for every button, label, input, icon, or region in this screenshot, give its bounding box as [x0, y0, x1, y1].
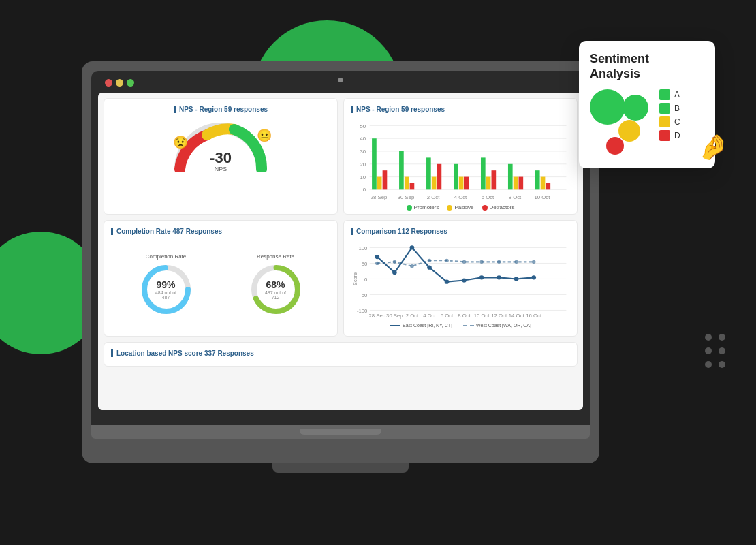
svg-text:10 Oct: 10 Oct	[474, 313, 490, 319]
svg-text:40: 40	[360, 136, 366, 142]
comparison-panel: Comparison 112 Responses 100 50	[343, 220, 578, 337]
svg-text:8 Oct: 8 Oct	[509, 194, 522, 200]
nps-gauge-panel: NPS - Region 59 responses	[104, 98, 338, 215]
svg-point-78	[428, 259, 432, 262]
nps-label: NPS	[210, 166, 232, 172]
svg-point-79	[445, 259, 449, 262]
legend-promoters: Promoters	[414, 204, 439, 211]
completion-pct: 99%	[153, 279, 180, 290]
svg-rect-22	[437, 164, 442, 190]
bar-chart-legend: Promoters Passive Detractors	[351, 204, 570, 211]
svg-text:2 Oct: 2 Oct	[427, 194, 440, 200]
location-title: Location based NPS score 337 Responses	[111, 349, 570, 357]
svg-text:8 Oct: 8 Oct	[458, 313, 471, 319]
laptop-base	[91, 425, 590, 439]
camera	[338, 78, 343, 82]
gauge-container: -30 NPS 😟 😐	[173, 121, 268, 172]
svg-text:4 Oct: 4 Oct	[454, 194, 467, 200]
legend-passive: Passive	[454, 204, 473, 211]
legend-east: East Coast [RI, NY, CT]	[403, 323, 452, 328]
legend-a-color	[659, 89, 670, 100]
svg-text:6 Oct: 6 Oct	[482, 194, 494, 200]
legend-b-color	[659, 103, 670, 114]
svg-point-81	[479, 260, 484, 264]
svg-rect-12	[372, 138, 377, 189]
svg-text:6 Oct: 6 Oct	[441, 313, 454, 319]
svg-point-84	[532, 260, 536, 264]
laptop-bezel: NPS - Region 59 responses	[91, 71, 590, 425]
svg-point-73	[514, 277, 519, 281]
svg-text:12 Oct: 12 Oct	[491, 313, 507, 319]
svg-rect-36	[535, 170, 540, 189]
completion-panel: Completion Rate 487 Responses Completion…	[104, 220, 338, 337]
line-chart-legend: East Coast [RI, NY, CT] West Coast [WA, …	[351, 323, 570, 328]
svg-text:Score: Score	[352, 272, 358, 285]
svg-point-69	[445, 280, 450, 284]
completion-rate-label: Completion Rate	[139, 253, 193, 260]
svg-point-71	[479, 275, 484, 279]
nps-bar-title: NPS - Region 59 responses	[351, 106, 570, 113]
nps-value: -30	[210, 151, 232, 166]
svg-rect-28	[481, 157, 486, 189]
svg-text:0: 0	[363, 187, 366, 193]
svg-text:-50: -50	[360, 292, 367, 298]
close-button[interactable]	[105, 79, 112, 87]
svg-text:28 Sep: 28 Sep	[369, 313, 386, 319]
comparison-title: Comparison 112 Responses	[351, 228, 570, 235]
location-panel: Location based NPS score 337 Responses	[104, 342, 578, 367]
completion-sub: 484 out of 487	[153, 290, 180, 300]
svg-point-65	[375, 255, 380, 259]
svg-text:30: 30	[360, 149, 366, 155]
response-pct: 68%	[262, 279, 289, 290]
sad-emoji: 😟	[173, 135, 188, 150]
sentiment-bubbles	[590, 89, 651, 157]
svg-rect-32	[508, 164, 513, 190]
svg-rect-18	[410, 183, 415, 189]
svg-text:30 Sep: 30 Sep	[398, 194, 415, 200]
svg-point-77	[410, 264, 414, 268]
svg-point-82	[497, 260, 501, 264]
legend-d: D	[674, 131, 680, 140]
laptop: NPS - Region 59 responses	[82, 61, 599, 463]
bar-chart-area: 50 40 30 20 10 0 28 Sep	[351, 119, 570, 207]
line-chart-area: 100 50 0 -50 -100 Score 28 Sep 30 Sep 2 …	[351, 240, 570, 329]
nps-gauge-title: NPS - Region 59 responses	[174, 106, 268, 113]
svg-point-80	[462, 260, 467, 264]
sentiment-legend: A B C D	[659, 89, 680, 141]
svg-text:10: 10	[360, 174, 366, 181]
svg-text:10 Oct: 10 Oct	[534, 194, 550, 200]
svg-text:50: 50	[362, 261, 368, 267]
svg-rect-14	[383, 170, 388, 189]
svg-point-75	[375, 262, 379, 265]
bubble-b	[623, 95, 648, 121]
bubble-d	[606, 137, 624, 155]
legend-c: C	[674, 117, 680, 127]
svg-text:100: 100	[358, 245, 367, 251]
svg-text:2 Oct: 2 Oct	[406, 313, 419, 319]
svg-rect-26	[464, 177, 469, 190]
completion-title: Completion Rate 487 Responses	[111, 228, 330, 235]
svg-rect-16	[399, 151, 404, 189]
laptop-notch	[300, 429, 381, 435]
svg-text:14 Oct: 14 Oct	[509, 313, 525, 319]
svg-point-66	[392, 270, 397, 275]
bg-dots	[705, 334, 725, 368]
bubble-a	[590, 89, 625, 125]
legend-d-color	[659, 130, 670, 141]
legend-a: A	[674, 90, 680, 99]
sentiment-body: A B C D	[590, 89, 704, 157]
nps-bar-panel: NPS - Region 59 responses 50	[343, 98, 578, 215]
svg-text:16 Oct: 16 Oct	[526, 313, 542, 319]
svg-point-70	[462, 278, 467, 282]
traffic-lights	[105, 79, 134, 87]
happy-emoji: 😐	[257, 128, 272, 143]
svg-rect-24	[454, 164, 458, 190]
svg-point-72	[497, 275, 501, 279]
svg-rect-29	[486, 177, 491, 190]
svg-rect-30	[492, 170, 497, 189]
hand-icon: 🤌	[698, 133, 729, 161]
svg-rect-33	[514, 177, 518, 190]
maximize-button[interactable]	[127, 79, 134, 87]
legend-c-color	[659, 116, 670, 127]
minimize-button[interactable]	[116, 79, 123, 87]
